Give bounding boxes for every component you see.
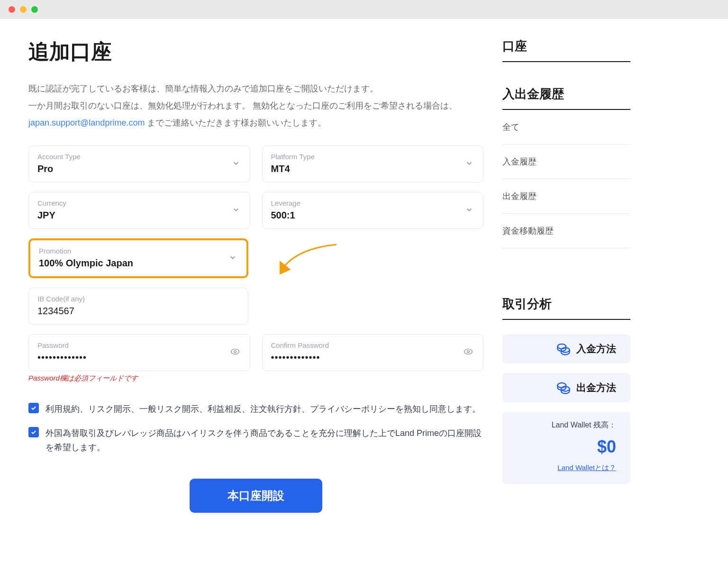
account-type-value: Pro [37, 163, 241, 174]
wallet-box: Land Wallet 残高： $0 Land Walletとは？ [502, 412, 630, 484]
promotion-label: Promotion [39, 247, 238, 255]
money-icon [556, 381, 571, 395]
terms-checkbox[interactable] [28, 403, 39, 413]
terms-checkbox-row: 利用規約、リスク開示、一般リスク開示、利益相反、注文執行方針、プライバシーポリシ… [28, 402, 483, 417]
leverage-select[interactable]: Leverage 500:1 [262, 192, 484, 229]
chevron-down-icon [465, 205, 473, 216]
intro-text: 既に認証が完了しているお客様は、簡単な情報入力のみで追加口座をご開設いただけます… [28, 80, 483, 131]
ib-code-label: IB Code(if any) [37, 295, 239, 303]
withdraw-method-label: 出金方法 [576, 381, 616, 394]
currency-select[interactable]: Currency JPY [28, 192, 250, 229]
sidebar-item-all[interactable]: 全て [502, 110, 630, 145]
sidebar-heading-account[interactable]: 口座 [502, 38, 630, 62]
sidebar-heading-analysis[interactable]: 取引分析 [502, 296, 630, 320]
intro-line2: 一か月間お取引のない口座は、無効化処理が行われます。 無効化となった口座のご利用… [28, 101, 457, 110]
risk-checkbox[interactable] [28, 427, 39, 437]
ib-code-input[interactable] [37, 306, 239, 317]
risk-checkbox-row: 外国為替取引及びレバレッジ商品はハイリスクを伴う商品であることを充分に理解した上… [28, 426, 483, 455]
promotion-select[interactable]: Promotion 100% Olympic Japan [28, 238, 248, 278]
confirm-password-value: ••••••••••••• [271, 352, 475, 363]
chevron-down-icon [228, 253, 237, 263]
window-close-button[interactable] [9, 6, 15, 13]
currency-label: Currency [37, 199, 241, 207]
confirm-password-label: Confirm Password [271, 341, 475, 349]
support-email-link[interactable]: japan.support@landprime.com [28, 118, 145, 127]
chevron-down-icon [232, 159, 240, 169]
wallet-label: Land Wallet 残高： [517, 420, 616, 430]
platform-type-select[interactable]: Platform Type MT4 [262, 145, 484, 182]
account-type-select[interactable]: Account Type Pro [28, 145, 250, 182]
account-type-label: Account Type [37, 153, 241, 161]
eye-icon[interactable] [230, 346, 240, 359]
ib-code-field[interactable]: IB Code(if any) [28, 288, 248, 325]
leverage-value: 500:1 [271, 210, 475, 221]
wallet-info-link[interactable]: Land Walletとは？ [557, 463, 616, 472]
main-content: 追加口座 既に認証が完了しているお客様は、簡単な情報入力のみで追加口座をご開設い… [28, 38, 483, 513]
chevron-down-icon [232, 205, 240, 216]
sidebar-heading-history[interactable]: 入出金履歴 [502, 86, 630, 110]
money-icon [556, 342, 571, 356]
intro-line1: 既に認証が完了しているお客様は、簡単な情報入力のみで追加口座をご開設いただけます… [28, 84, 378, 93]
terms-label: 利用規約、リスク開示、一般リスク開示、利益相反、注文執行方針、プライバシーポリシ… [46, 402, 481, 417]
deposit-method-label: 入金方法 [576, 342, 616, 355]
sidebar-item-deposit-history[interactable]: 入金履歴 [502, 145, 630, 179]
window-chrome [0, 0, 728, 19]
password-value: ••••••••••••• [37, 352, 241, 363]
withdraw-method-button[interactable]: 出金方法 [502, 373, 630, 402]
currency-value: JPY [37, 210, 241, 221]
sidebar: 口座 入出金履歴 全て 入金履歴 出金履歴 資金移動履歴 取引分析 入金方法 出… [502, 38, 630, 513]
svg-point-2 [464, 349, 473, 354]
chevron-down-icon [465, 159, 473, 169]
risk-label: 外国為替取引及びレバレッジ商品はハイリスクを伴う商品であることを充分に理解した上… [46, 426, 483, 455]
sidebar-item-transfer-history[interactable]: 資金移動履歴 [502, 214, 630, 248]
platform-type-value: MT4 [271, 163, 475, 174]
svg-point-3 [467, 351, 470, 353]
sidebar-item-withdraw-history[interactable]: 出金履歴 [502, 179, 630, 214]
eye-icon[interactable] [463, 346, 473, 359]
platform-type-label: Platform Type [271, 153, 475, 161]
leverage-label: Leverage [271, 199, 475, 207]
intro-line3: までご連絡いただきます様お願いいたします。 [145, 118, 326, 127]
password-field[interactable]: Password ••••••••••••• [28, 334, 250, 371]
svg-point-1 [234, 351, 236, 353]
deposit-method-button[interactable]: 入金方法 [502, 334, 630, 363]
window-maximize-button[interactable] [31, 6, 38, 13]
wallet-balance: $0 [517, 437, 616, 457]
svg-point-0 [231, 349, 239, 354]
password-error: Password欄は必須フィールドです [28, 374, 250, 383]
window-minimize-button[interactable] [20, 6, 27, 13]
confirm-password-field[interactable]: Confirm Password ••••••••••••• [262, 334, 484, 371]
promotion-value: 100% Olympic Japan [39, 258, 238, 269]
page-title: 追加口座 [28, 38, 483, 66]
submit-button[interactable]: 本口座開設 [190, 479, 322, 513]
password-label: Password [37, 341, 241, 349]
